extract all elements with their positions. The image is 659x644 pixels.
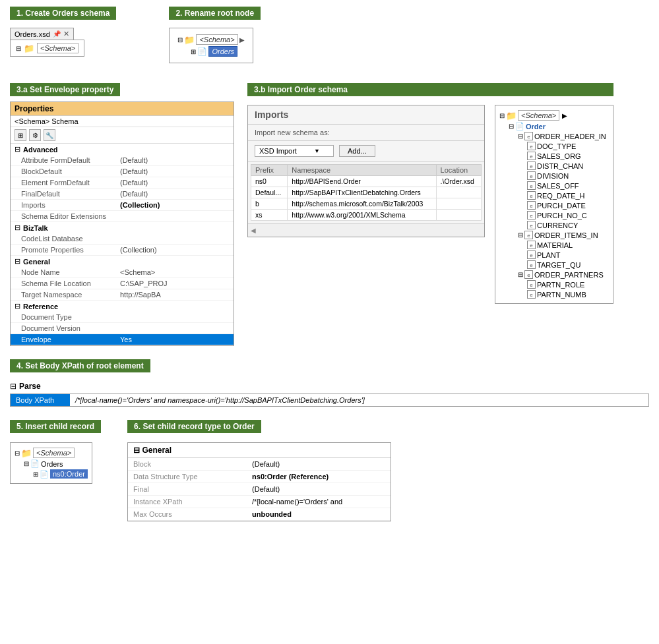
imports-key: Imports	[11, 200, 116, 210]
step5-section: 5. Insert child record ⊟ 📁 <Schema> ⊟ 📄	[10, 420, 101, 521]
reqdateh-icon: e	[527, 191, 536, 200]
properties-header: Properties	[11, 102, 234, 116]
step1-schema-box: ⊟ 📁 <Schema>	[10, 40, 84, 57]
xpath-key: Body XPath	[11, 394, 70, 406]
division-icon: e	[527, 171, 536, 180]
op-label: ORDER_PARTNERS	[534, 271, 604, 279]
step3b-label: 3.b Import Order schema	[247, 83, 613, 96]
schema-tree-panel: ⊟ 📁 <Schema> ▶ ⊟ 📄 Order	[495, 105, 613, 304]
partnnumb-node: e PARTN_NUMB	[527, 289, 609, 299]
step1-label: 1. Create Orders schema	[10, 7, 116, 20]
step6-label: 6. Set child record type to Order	[127, 420, 261, 433]
imports-val: (Collection)	[116, 200, 234, 210]
blockdefault-key: BlockDefault	[11, 166, 116, 177]
prop-codelist: CodeList Database	[11, 233, 234, 245]
file-tab[interactable]: Orders.xsd 📌 ✕	[10, 28, 74, 40]
docversion-key: Document Version	[11, 323, 116, 334]
import-row-xs: xs http://www.w3.org/2001/XMLSchema	[251, 210, 482, 221]
doc-icon: 📄	[197, 47, 207, 56]
distrchan-node: e DISTR_CHAN	[527, 161, 609, 171]
purchnoc-icon: e	[527, 211, 536, 220]
salesoff-icon: e	[527, 181, 536, 190]
step3a-section: 3.a Set Envelope property Properties <Sc…	[10, 83, 234, 346]
step5-label: 5. Insert child record	[10, 420, 101, 433]
dropdown-icon: ▼	[314, 148, 320, 154]
step5-ns0order-node: ⊞ 📄 ns0:Order	[33, 469, 88, 479]
purchdate-label: PURCH_DATE	[537, 202, 586, 210]
scrollbar-area[interactable]: ◀	[248, 223, 484, 237]
close-icon[interactable]: ✕	[63, 30, 69, 38]
step5-schema-node: ⊟ 📁 <Schema>	[15, 447, 88, 459]
properties-subheader: <Schema> Schema	[11, 116, 234, 127]
ns-sap: http://SapBAPITxClientDebatching.Orders	[288, 187, 436, 198]
plant-label: PLANT	[537, 251, 560, 259]
codelist-key: CodeList Database	[11, 233, 116, 244]
blockdefault-val: (Default)	[116, 166, 234, 177]
biztalk-label: BizTalk	[23, 224, 48, 232]
step4-section: 4. Set Body XPath of root element ⊟ Pars…	[10, 359, 649, 407]
dst-val: ns0:Order (Reference)	[247, 471, 391, 483]
import-type-value: XSD Import	[259, 147, 297, 155]
targetns-key: Target Namespace	[11, 289, 116, 300]
import-type-select[interactable]: XSD Import ▼	[255, 145, 334, 157]
purchnoc-node: e PURCH_NO_C	[527, 210, 609, 220]
scroll-left-icon[interactable]: ◀	[251, 227, 256, 234]
folder-icon: 📁	[24, 44, 34, 53]
salesorg-label: SALES_ORG	[537, 152, 581, 160]
toolbar-btn1[interactable]: ⊞	[15, 129, 26, 141]
prop-docversion: Document Version	[11, 323, 234, 334]
elemform-key: Element FormDefault	[11, 177, 116, 188]
tree-root-children: ⊟ 📄 Order ⊟ e ORDER_HEADER_IN	[509, 121, 609, 299]
general-row-dst: Data Structure Type ns0:Order (Reference…	[128, 471, 391, 483]
expand-icon2: ⊟	[177, 36, 183, 44]
schema-editor-key: Schema Editor Extensions	[11, 211, 116, 221]
folder-icon2: 📁	[184, 35, 195, 45]
properties-panel: Properties <Schema> Schema ⊞ ⚙ 🔧 ⊟ Advan…	[10, 102, 234, 346]
reference-collapse-icon: ⊟	[15, 302, 20, 310]
dst-key: Data Structure Type	[128, 471, 247, 483]
partnnumb-icon: e	[527, 290, 536, 299]
nodename-val: <Schema>	[116, 267, 234, 278]
partnrole-label: PARTN_ROLE	[537, 281, 584, 289]
material-icon: e	[527, 241, 536, 249]
op-children: e PARTN_ROLE e PARTN_NUMB	[527, 279, 609, 299]
material-label: MATERIAL	[537, 241, 573, 249]
salesoff-label: SALES_OFF	[537, 182, 579, 190]
tree-order-partners: ⊟ e ORDER_PARTNERS	[518, 270, 609, 279]
general-header-collapse: ⊟	[133, 446, 142, 455]
maxoccurs-key: Max Occurs	[128, 508, 247, 520]
biztalk-section-header: ⊟ BizTalk	[11, 222, 234, 233]
add-button[interactable]: Add...	[339, 145, 375, 157]
arrow-icon: ▶	[239, 36, 245, 44]
prop-targetns: Target Namespace http://SapBA	[11, 289, 234, 301]
block-val: (Default)	[247, 458, 391, 470]
s5-ns0-tag: ns0:Order	[50, 469, 88, 479]
reqdateh-label: REQ_DATE_H	[537, 192, 585, 200]
step3a-label: 3.a Set Envelope property	[10, 83, 120, 96]
prefix-default: Defaul...	[251, 187, 288, 198]
properties-toolbar: ⊞ ⚙ 🔧	[11, 127, 234, 144]
distrchan-label: DISTR_CHAN	[537, 162, 583, 170]
bottom-row: 5. Insert child record ⊟ 📁 <Schema> ⊟ 📄	[10, 420, 649, 521]
toolbar-btn3[interactable]: 🔧	[44, 129, 55, 141]
prop-finaldefault: FinalDefault (Default)	[11, 189, 234, 200]
schema-editor-val	[116, 211, 234, 221]
prop-schema-editor: Schema Editor Extensions	[11, 211, 234, 222]
general-table-header: ⊟ General	[128, 443, 391, 458]
material-node: e MATERIAL	[527, 240, 609, 250]
xpath-value: /*[local-name()='Orders' and namespace-u…	[70, 394, 370, 406]
targetqu-icon: e	[527, 260, 536, 269]
doctype-node: e DOC_TYPE	[527, 141, 609, 151]
partnrole-node: e PARTN_ROLE	[527, 279, 609, 289]
step5-tree: ⊟ 📁 <Schema> ⊟ 📄 Orders ⊞	[10, 442, 92, 484]
schema-tag: <Schema>	[37, 43, 78, 53]
parse-header: ⊟ Parse	[10, 382, 649, 391]
nodename-key: Node Name	[11, 267, 116, 278]
s5-schema-tag: <Schema>	[33, 448, 75, 458]
general-label: General	[23, 258, 50, 266]
toolbar-btn2[interactable]: ⚙	[29, 129, 41, 141]
salesoff-node: e SALES_OFF	[527, 181, 609, 190]
prop-envelope[interactable]: Envelope Yes	[11, 334, 234, 345]
prefix-xs: xs	[251, 210, 288, 221]
op-expand: ⊟	[518, 271, 523, 278]
